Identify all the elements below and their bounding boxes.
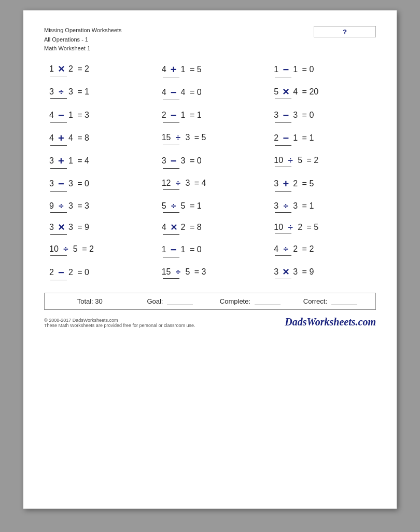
num2: 1: [293, 65, 298, 74]
equals: = 4: [75, 156, 89, 166]
operator-symbol: −: [169, 155, 179, 167]
answer-line: [275, 167, 291, 167]
problem-item: 3 ✕ 3 = 9: [269, 267, 376, 280]
num1: 15: [162, 267, 171, 277]
num1: 3: [274, 201, 278, 211]
copyright-line1: © 2008-2017 DadsWorksheets.com: [44, 318, 195, 323]
num1: 4: [162, 65, 166, 74]
problem-item: 10 ÷ 5 = 2: [44, 244, 151, 257]
equals: = 9: [75, 223, 89, 232]
header-line2: All Operations - 1: [44, 35, 122, 45]
problem-item: 4 − 4 = 0: [157, 87, 264, 100]
problem-row: 3 ✕ 3 = 9: [49, 222, 89, 233]
problem-item: 2 − 1 = 1: [157, 110, 264, 123]
num2: 1: [181, 111, 186, 120]
complete-label: Complete:: [220, 297, 250, 305]
problem-row: 10 ÷ 5 = 2: [49, 244, 94, 254]
num1: 1: [49, 64, 54, 74]
num2: 5: [73, 244, 78, 254]
problem-item: 4 − 1 = 3: [44, 110, 151, 123]
equals: = 5: [300, 179, 314, 188]
num2: 3: [185, 133, 190, 142]
num1: 1: [274, 65, 278, 74]
copyright-text: © 2008-2017 DadsWorksheets.com These Mat…: [44, 318, 195, 328]
equals: = 1: [75, 87, 89, 97]
num1: 10: [274, 156, 283, 165]
problem-row: 3 ÷ 3 = 1: [49, 87, 89, 97]
problem-item: 10 ÷ 5 = 2: [269, 155, 376, 169]
answer-line: [50, 255, 67, 256]
operator-symbol: −: [169, 87, 179, 99]
equals: = 8: [75, 133, 89, 143]
num1: 4: [162, 88, 166, 97]
problem-item: 3 ÷ 3 = 1: [269, 201, 376, 213]
complete-underline: [255, 305, 281, 305]
problem-row: 1 − 1 = 0: [162, 244, 202, 256]
num1: 4: [274, 244, 278, 254]
worksheet-id-box: ?: [314, 26, 376, 37]
problem-item: 4 ÷ 2 = 2: [269, 244, 376, 257]
answer-line: [50, 234, 67, 235]
operator-symbol: ✕: [281, 267, 291, 278]
problem-row: 3 − 3 = 0: [274, 110, 314, 121]
equals: = 20: [300, 87, 318, 97]
num2: 4: [293, 87, 298, 97]
equals: = 0: [300, 111, 314, 120]
equals: = 5: [187, 65, 201, 74]
header-info: Missing Operation Worksheets All Operati…: [44, 26, 122, 53]
problem-item: 3 − 3 = 0: [157, 155, 264, 169]
num2: 3: [68, 87, 73, 97]
equals: = 1: [300, 133, 314, 143]
num2: 1: [293, 133, 298, 143]
answer-line: [275, 191, 291, 192]
num1: 4: [49, 111, 54, 120]
num1: 3: [274, 111, 278, 120]
operator-symbol: −: [169, 244, 179, 256]
num2: 1: [181, 65, 186, 74]
answer-line: [163, 144, 179, 144]
problem-row: 15 ÷ 5 = 3: [162, 267, 206, 277]
num1: 9: [49, 201, 54, 211]
problem-row: 1 − 1 = 0: [274, 64, 314, 76]
operator-symbol: ÷: [169, 201, 179, 211]
num2: 2: [293, 179, 298, 188]
operator-symbol: −: [169, 110, 179, 121]
operator-symbol: −: [56, 267, 66, 279]
header-line1: Missing Operation Worksheets: [44, 26, 122, 35]
problem-item: 5 ✕ 4 = 20: [269, 87, 376, 100]
num1: 3: [49, 156, 54, 166]
equals: = 1: [300, 201, 314, 211]
goal-label: Goal:: [147, 297, 163, 305]
answer-line: [275, 255, 291, 256]
answer-line: [50, 98, 67, 99]
goal-cell: Goal:: [130, 297, 211, 305]
problem-item: 2 − 2 = 0: [44, 267, 151, 280]
operator-symbol: −: [281, 110, 291, 121]
num1: 3: [162, 156, 166, 166]
num2: 1: [68, 111, 73, 120]
equals: = 2: [75, 64, 89, 74]
problem-item: 1 − 1 = 0: [157, 244, 264, 257]
problem-item: 4 + 4 = 8: [44, 132, 151, 146]
operator-symbol: −: [56, 110, 66, 121]
worksheet-header: Missing Operation Worksheets All Operati…: [44, 26, 376, 53]
answer-line: [275, 122, 291, 123]
equals: = 2: [300, 244, 314, 254]
problem-row: 2 − 2 = 0: [49, 267, 89, 279]
problem-row: 4 ÷ 2 = 2: [274, 244, 314, 254]
operator-symbol: ÷: [285, 222, 296, 233]
equals: = 2: [80, 244, 94, 254]
num1: 5: [274, 87, 278, 97]
num1: 1: [162, 245, 166, 254]
problem-item: 3 − 3 = 0: [269, 110, 376, 123]
answer-line: [50, 280, 67, 280]
operator-symbol: +: [169, 64, 179, 76]
num2: 5: [181, 201, 186, 211]
problem-item: 3 − 3 = 0: [44, 178, 151, 192]
equals: = 5: [304, 223, 318, 232]
answer-line: [275, 212, 291, 213]
answer-line: [275, 99, 291, 99]
total-label: Total:: [77, 297, 93, 305]
answer-line: [275, 279, 291, 279]
answer-line: [50, 145, 67, 146]
